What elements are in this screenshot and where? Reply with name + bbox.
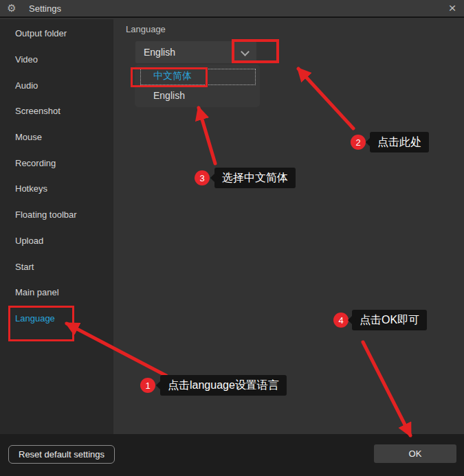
sidebar-item-audio[interactable]: Audio [0,72,113,98]
sidebar-item-output-folder[interactable]: Output folder [0,21,113,47]
sidebar-item-recording[interactable]: Recording [0,150,113,176]
close-icon[interactable]: × [441,0,464,16]
sidebar-item-screenshot[interactable]: Screenshot [0,98,113,124]
sidebar-item-video[interactable]: Video [0,47,113,73]
window-title: Settings [29,3,61,14]
language-select-value: English [144,47,175,58]
language-dropdown-list: 中文简体 English [135,65,260,107]
sidebar-item-language[interactable]: Language [0,306,113,332]
main-panel: Language English 中文简体 English [113,19,464,434]
sidebar-item-floating-toolbar[interactable]: Floating toolbar [0,202,113,228]
window-body: Output folder Video Audio Screenshot Mou… [0,19,464,434]
sidebar-item-hotkeys[interactable]: Hotkeys [0,176,113,202]
settings-window: ⚙ Settings × Output folder Video Audio S… [0,0,464,476]
sidebar-item-mouse[interactable]: Mouse [0,124,113,150]
titlebar: ⚙ Settings × [0,0,464,18]
sidebar-item-upload[interactable]: Upload [0,228,113,254]
reset-default-settings-button[interactable]: Reset default settings [8,445,115,464]
sidebar-item-start[interactable]: Start [0,253,113,280]
sidebar-item-main-panel[interactable]: Main panel [0,280,113,306]
sidebar: Output folder Video Audio Screenshot Mou… [0,19,113,434]
chevron-down-icon[interactable] [241,47,250,56]
dropdown-option-chinese[interactable]: 中文简体 [135,67,260,86]
gear-icon: ⚙ [0,0,23,17]
language-section-label: Language [126,24,166,34]
dropdown-option-english[interactable]: English [135,86,260,105]
language-select[interactable]: English [135,41,256,63]
footer-bar: Reset default settings OK [0,434,464,476]
ok-button[interactable]: OK [374,444,456,463]
